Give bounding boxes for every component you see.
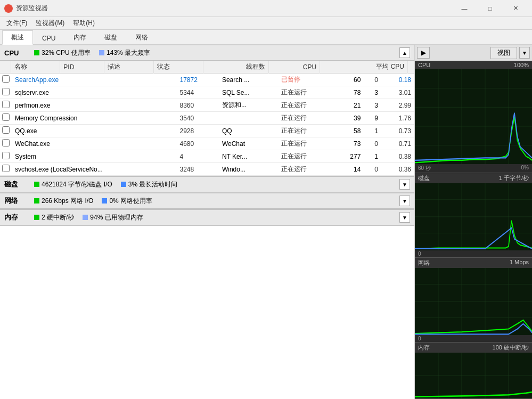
disk-stat2: 3% 最长活动时间 (121, 180, 178, 189)
network-stat1-text: 266 Kbps 网络 I/O (42, 197, 93, 206)
row-desc: Search ... (219, 74, 278, 86)
disk-section-header[interactable]: 磁盘 4621824 字节/秒磁盘 I/O 3% 最长活动时间 ▼ (0, 176, 414, 192)
row-checkbox-cell[interactable] (0, 86, 12, 99)
row-pid: 8360 (176, 99, 218, 112)
row-desc: QQ (219, 125, 278, 137)
table-row[interactable]: svchost.exe (LocalServiceNo... 3248 Wind… (0, 163, 414, 176)
menu-monitor[interactable]: 监视器(M) (31, 18, 69, 29)
row-avg-cpu: 0.38 (381, 150, 414, 163)
col-pid[interactable]: PID (60, 61, 104, 74)
row-checkbox[interactable] (2, 165, 10, 172)
cpu-chart-body (415, 69, 532, 164)
tab-cpu[interactable]: CPU (33, 32, 64, 44)
network-chart-min: 0 (418, 336, 421, 341)
row-desc: SQL Se... (219, 86, 278, 99)
table-row[interactable]: System 4 NT Ker... 正在运行 277 1 0.38 (0, 150, 414, 163)
charts-container: CPU 100% (415, 61, 532, 399)
memory-chart-max: 100 硬中断/秒 (493, 344, 529, 352)
row-checkbox[interactable] (2, 88, 10, 95)
row-checkbox[interactable] (2, 139, 10, 146)
row-avg-cpu: 0.36 (381, 163, 414, 176)
tab-overview[interactable]: 概述 (2, 30, 33, 45)
network-section-title: 网络 (4, 196, 26, 206)
col-check (0, 61, 11, 74)
row-threads: 277 (334, 150, 364, 163)
col-desc[interactable]: 描述 (104, 61, 154, 74)
row-checkbox-cell[interactable] (0, 125, 12, 137)
disk-stat2-text: 3% 最长活动时间 (128, 180, 178, 189)
row-checkbox[interactable] (2, 75, 10, 83)
disk-stat1: 4621824 字节/秒磁盘 I/O (34, 180, 112, 189)
process-name-link[interactable]: SearchApp.exe (15, 76, 59, 84)
title-bar: 资源监视器 — □ ✕ (0, 0, 532, 17)
disk-stat2-dot (121, 182, 126, 187)
memory-collapse-btn[interactable]: ▼ (399, 212, 410, 223)
cpu-stat1-dot (34, 50, 39, 55)
table-row[interactable]: SearchApp.exe 17872 Search ... 已暂停 60 0 … (0, 74, 414, 86)
row-checkbox-cell[interactable] (0, 163, 12, 176)
row-avg-cpu: 1.76 (381, 112, 414, 125)
row-checkbox-cell[interactable] (0, 99, 12, 112)
process-name: Memory Compression (15, 115, 77, 122)
cpu-table-scroll[interactable]: SearchApp.exe 17872 Search ... 已暂停 60 0 … (0, 74, 414, 176)
row-checkbox[interactable] (2, 113, 10, 121)
cpu-collapse-btn[interactable]: ▲ (399, 47, 410, 58)
col-status[interactable]: 状态 (154, 61, 203, 74)
table-row[interactable]: sqlservr.exe 5344 SQL Se... 正在运行 78 3 3.… (0, 86, 414, 99)
cpu-table-container: 名称 PID 描述 状态 线程数 CPU 平均 CPU (0, 61, 414, 176)
table-row[interactable]: QQ.exe 2928 QQ 正在运行 58 1 0.73 (0, 125, 414, 137)
row-checkbox[interactable] (2, 126, 10, 134)
row-desc (219, 112, 278, 125)
row-checkbox-cell[interactable] (0, 74, 12, 86)
network-collapse-btn[interactable]: ▼ (399, 196, 410, 206)
view-button[interactable]: 视图 (490, 47, 517, 59)
window-controls: — □ ✕ (452, 1, 528, 16)
cpu-chart-footer: 60 秒 0% (415, 164, 532, 173)
network-chart-block: 网络 1 Mbps (415, 258, 532, 343)
process-name: svchost.exe (LocalServiceNo... (15, 166, 103, 173)
row-threads: 21 (334, 99, 364, 112)
row-checkbox[interactable] (2, 101, 10, 108)
col-avg-cpu[interactable]: 平均 CPU (320, 61, 408, 74)
network-section-header[interactable]: 网络 266 Kbps 网络 I/O 0% 网络使用率 ▼ (0, 193, 414, 209)
row-threads: 60 (334, 74, 364, 86)
row-pid: 4 (176, 150, 218, 163)
table-row[interactable]: perfmon.exe 8360 资源和... 正在运行 21 3 2.99 (0, 99, 414, 112)
row-avg-cpu: 2.99 (381, 99, 414, 112)
tab-disk[interactable]: 磁盘 (95, 30, 126, 44)
row-status: 正在运行 (278, 125, 334, 137)
table-row[interactable]: WeChat.exe 4680 WeChat 正在运行 73 0 0.71 (0, 137, 414, 150)
row-avg-cpu: 3.01 (381, 86, 414, 99)
menu-file[interactable]: 文件(F) (2, 18, 31, 29)
disk-collapse-btn[interactable]: ▼ (399, 179, 410, 190)
row-cpu: 9 (364, 112, 381, 125)
row-checkbox[interactable] (2, 152, 10, 159)
tab-network[interactable]: 网络 (126, 30, 157, 44)
cpu-section: CPU 32% CPU 使用率 143% 最大频率 ▲ (0, 45, 414, 176)
cpu-chart-block: CPU 100% (415, 61, 532, 173)
disk-chart-svg (415, 183, 532, 250)
cpu-chart-label: CPU (418, 62, 430, 68)
close-button[interactable]: ✕ (503, 1, 528, 16)
row-pid: 17872 (176, 74, 218, 86)
minimize-button[interactable]: — (452, 1, 477, 16)
row-checkbox-cell[interactable] (0, 150, 12, 163)
row-name: Memory Compression (12, 112, 176, 125)
expand-button[interactable]: ▶ (417, 47, 430, 59)
col-name[interactable]: 名称 (11, 61, 60, 74)
col-cpu[interactable]: CPU (268, 61, 320, 74)
memory-chart-svg (415, 353, 532, 398)
view-dropdown-button[interactable]: ▼ (519, 47, 530, 59)
maximize-button[interactable]: □ (478, 1, 502, 16)
memory-section-header[interactable]: 内存 2 硬中断/秒 94% 已用物理内存 ▼ (0, 209, 414, 225)
tab-bar: 概述 CPU 内存 磁盘 网络 (0, 30, 532, 45)
disk-section-stats: 4621824 字节/秒磁盘 I/O 3% 最长活动时间 (34, 180, 399, 189)
cpu-section-header[interactable]: CPU 32% CPU 使用率 143% 最大频率 ▲ (0, 45, 414, 61)
table-row[interactable]: Memory Compression 3540 正在运行 39 9 1.76 (0, 112, 414, 125)
tab-memory[interactable]: 内存 (64, 30, 95, 44)
row-checkbox-cell[interactable] (0, 137, 12, 150)
row-status: 正在运行 (278, 112, 334, 125)
col-threads[interactable]: 线程数 (203, 61, 268, 74)
row-checkbox-cell[interactable] (0, 112, 12, 125)
menu-help[interactable]: 帮助(H) (69, 18, 99, 29)
